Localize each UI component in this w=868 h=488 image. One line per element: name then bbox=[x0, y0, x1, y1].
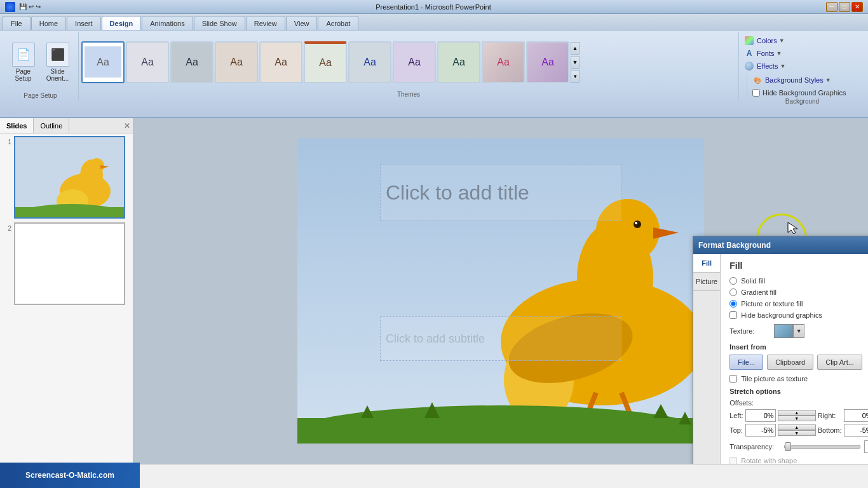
texture-dropdown[interactable]: ▼ bbox=[793, 324, 804, 338]
theme-8[interactable]: Aa bbox=[437, 41, 480, 83]
top-offset-input[interactable] bbox=[745, 424, 776, 437]
theme-2[interactable]: Aa bbox=[170, 41, 214, 83]
themes-scroll-down[interactable]: ▼ bbox=[571, 56, 580, 69]
tab-slideshow[interactable]: Slide Show bbox=[194, 16, 245, 30]
insert-from-buttons: File... Clipboard Clip Art... bbox=[729, 355, 868, 370]
tab-home[interactable]: Home bbox=[31, 16, 66, 30]
fonts-icon: A bbox=[744, 48, 754, 58]
theme-1[interactable]: Aa bbox=[126, 41, 169, 83]
left-label: Left: bbox=[729, 412, 743, 419]
themes-scroll-up[interactable]: ▲ bbox=[571, 42, 580, 55]
slides-panel: Slides Outline ✕ 1 bbox=[0, 118, 133, 464]
themes-label: Themes bbox=[81, 91, 736, 99]
right-offset-input[interactable] bbox=[844, 409, 868, 422]
clipboard-button[interactable]: Clipboard bbox=[767, 355, 813, 370]
main-area: Slides Outline ✕ 1 bbox=[0, 118, 868, 464]
texture-row: Texture: ▼ bbox=[729, 324, 868, 338]
tab-view[interactable]: View bbox=[286, 16, 318, 30]
transparency-row: Transparency: ▲ ▼ bbox=[729, 440, 868, 453]
format-background-dialog: Format Background ? ✕ Fill Picture Fill bbox=[693, 236, 868, 464]
left-offset-input[interactable] bbox=[745, 409, 776, 422]
ribbon-tabs: File Home Insert Design Animations Slide… bbox=[0, 14, 868, 30]
outline-tab[interactable]: Outline bbox=[34, 118, 69, 133]
left-offset-up[interactable]: ▲ bbox=[778, 410, 816, 416]
theme-5[interactable]: Aa bbox=[304, 41, 347, 83]
tab-animations[interactable]: Animations bbox=[142, 16, 193, 30]
hide-bg-graphics-dialog-checkbox[interactable] bbox=[729, 311, 737, 319]
tab-design[interactable]: Design bbox=[102, 16, 142, 30]
left-offset-down[interactable]: ▼ bbox=[778, 416, 816, 421]
insert-from-label: Insert from bbox=[729, 343, 868, 351]
theme-default[interactable]: Aa bbox=[81, 41, 125, 83]
transparency-slider[interactable] bbox=[784, 445, 860, 449]
theme-9[interactable]: Aa bbox=[482, 41, 525, 83]
gradient-fill-label: Gradient fill bbox=[741, 288, 776, 296]
background-label: Background bbox=[744, 97, 860, 105]
dialog-tab-fill[interactable]: Fill bbox=[693, 254, 720, 273]
theme-4[interactable]: Aa bbox=[259, 41, 302, 83]
themes-more[interactable]: ▾ bbox=[571, 70, 580, 83]
stretch-options-label: Stretch options bbox=[729, 388, 868, 395]
slide-thumbnail-1[interactable] bbox=[14, 136, 125, 219]
ribbon-group-page-setup: 📄 Page Setup ⬛ SlideOrient... Page Setup bbox=[3, 32, 79, 100]
hide-bg-graphics-checkbox[interactable] bbox=[752, 89, 760, 97]
slide-thumbnails: 1 bbox=[0, 133, 133, 464]
picture-fill-radio[interactable] bbox=[729, 300, 737, 308]
transparency-label: Transparency: bbox=[729, 443, 780, 451]
hide-bg-graphics-dialog-label: Hide background graphics bbox=[741, 311, 822, 319]
tab-acrobat[interactable]: Acrobat bbox=[318, 16, 358, 30]
file-button[interactable]: File... bbox=[729, 355, 763, 370]
window-title: Presentation1 - Microsoft PowerPoint bbox=[41, 3, 826, 11]
maximize-button[interactable]: □ bbox=[839, 2, 850, 12]
theme-3[interactable]: Aa bbox=[215, 41, 258, 83]
solid-fill-radio[interactable] bbox=[729, 277, 737, 285]
titlebar: 💾 ↩ ↪ Presentation1 - Microsoft PowerPoi… bbox=[0, 0, 868, 14]
tile-texture-label: Tile picture as texture bbox=[741, 375, 808, 383]
texture-preview[interactable] bbox=[774, 324, 793, 338]
theme-10[interactable]: Aa bbox=[526, 41, 569, 83]
minimize-button[interactable]: ─ bbox=[826, 2, 837, 12]
slide-title-placeholder[interactable]: Click to add title bbox=[380, 164, 621, 221]
quick-access-redo[interactable]: ↪ bbox=[36, 3, 41, 10]
background-styles-icon: 🎨 bbox=[752, 75, 763, 85]
background-styles-button[interactable]: 🎨 Background Styles ▼ bbox=[752, 74, 860, 86]
colors-button[interactable]: Colors ▼ bbox=[744, 34, 860, 47]
tab-file[interactable]: File bbox=[3, 16, 31, 30]
gradient-fill-row: Gradient fill bbox=[729, 288, 868, 296]
slide-num-2: 2 bbox=[3, 225, 11, 232]
page-setup-button[interactable]: 📄 Page Setup bbox=[8, 39, 39, 85]
tab-insert[interactable]: Insert bbox=[67, 16, 101, 30]
svg-marker-27 bbox=[788, 222, 797, 234]
transparency-input[interactable] bbox=[864, 440, 868, 453]
clip-art-button[interactable]: Clip Art... bbox=[817, 355, 862, 370]
theme-7[interactable]: Aa bbox=[393, 41, 436, 83]
solid-fill-label: Solid fill bbox=[741, 277, 765, 285]
dialog-tab-picture[interactable]: Picture bbox=[693, 273, 720, 291]
fonts-button[interactable]: A Fonts ▼ bbox=[744, 47, 860, 60]
rotate-with-shape-checkbox[interactable] bbox=[729, 457, 737, 464]
picture-fill-row: Picture or texture fill bbox=[729, 300, 868, 308]
offsets-label: Offsets: bbox=[729, 399, 868, 407]
slide-num-1: 1 bbox=[3, 139, 11, 146]
panel-close-button[interactable]: ✕ bbox=[124, 121, 130, 130]
top-offset-down[interactable]: ▼ bbox=[778, 430, 816, 436]
tile-texture-checkbox[interactable] bbox=[729, 375, 737, 383]
quick-access-undo[interactable]: ↩ bbox=[29, 3, 34, 10]
hide-bg-graphics-label: Hide Background Graphics bbox=[763, 89, 846, 97]
tab-review[interactable]: Review bbox=[246, 16, 285, 30]
gradient-fill-radio[interactable] bbox=[729, 288, 737, 296]
effects-button[interactable]: Effects ▼ bbox=[744, 60, 860, 72]
quick-access-save[interactable]: 💾 bbox=[19, 3, 27, 10]
bottom-label: Bottom: bbox=[818, 426, 842, 434]
slide-thumbnail-2[interactable] bbox=[14, 222, 125, 305]
top-offset-up[interactable]: ▲ bbox=[778, 424, 816, 430]
slides-tab[interactable]: Slides bbox=[0, 118, 34, 133]
bottom-offset-input[interactable] bbox=[844, 424, 868, 437]
close-button[interactable]: ✕ bbox=[851, 2, 863, 12]
theme-6[interactable]: Aa bbox=[348, 41, 391, 83]
right-label: Right: bbox=[818, 412, 842, 419]
slide-orientation-button[interactable]: ⬛ SlideOrient... bbox=[42, 39, 74, 85]
slide-subtitle-placeholder[interactable]: Click to add subtitle bbox=[380, 316, 621, 361]
top-label: Top: bbox=[729, 426, 743, 434]
slide-canvas[interactable]: Click to add title Click to add subtitle bbox=[297, 139, 704, 444]
